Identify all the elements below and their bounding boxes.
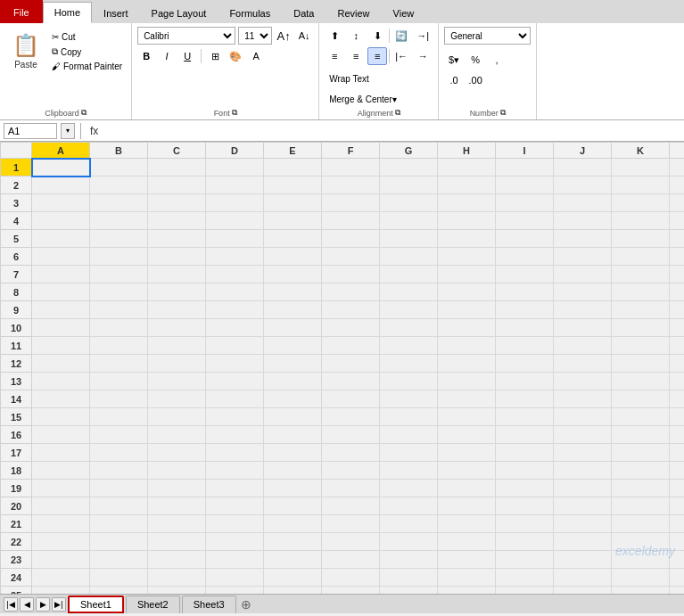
- tab-file[interactable]: File: [0, 0, 43, 23]
- col-header-F[interactable]: F: [322, 143, 380, 159]
- sheet-tab-sheet1[interactable]: Sheet1: [68, 595, 124, 613]
- sheet-nav-prev[interactable]: ◀: [20, 597, 34, 612]
- cell-I4[interactable]: [496, 212, 554, 230]
- cell-F23[interactable]: [322, 551, 380, 569]
- cell-I8[interactable]: [496, 283, 554, 301]
- row-header-10[interactable]: 10: [1, 319, 32, 337]
- row-header-2[interactable]: 2: [1, 177, 32, 194]
- cell-F18[interactable]: [322, 462, 380, 480]
- cell-G22[interactable]: [380, 533, 438, 551]
- cell-A1[interactable]: [32, 159, 90, 177]
- cell-B1[interactable]: [90, 159, 148, 177]
- cell-C3[interactable]: [148, 194, 206, 212]
- cell-G2[interactable]: [380, 177, 438, 194]
- col-header-G[interactable]: G: [380, 143, 438, 159]
- row-header-15[interactable]: 15: [1, 408, 32, 426]
- cell-I6[interactable]: [496, 248, 554, 266]
- cell-J21[interactable]: [554, 515, 612, 533]
- row-header-18[interactable]: 18: [1, 462, 32, 480]
- cell-C17[interactable]: [148, 444, 206, 462]
- cell-E9[interactable]: [264, 301, 322, 319]
- row-header-14[interactable]: 14: [1, 390, 32, 408]
- cell-D22[interactable]: [206, 533, 264, 551]
- cell-K10[interactable]: [612, 319, 670, 337]
- sheet-tab-sheet2[interactable]: Sheet2: [126, 595, 180, 613]
- row-header-5[interactable]: 5: [1, 230, 32, 248]
- cell-B12[interactable]: [90, 355, 148, 373]
- cell-J15[interactable]: [554, 408, 612, 426]
- cell-D6[interactable]: [206, 248, 264, 266]
- cell-E4[interactable]: [264, 212, 322, 230]
- cell-D25[interactable]: [206, 587, 264, 595]
- cell-L15[interactable]: [670, 408, 685, 426]
- row-header-24[interactable]: 24: [1, 569, 32, 587]
- cell-J18[interactable]: [554, 462, 612, 480]
- cell-F7[interactable]: [322, 266, 380, 283]
- cell-K4[interactable]: [612, 212, 670, 230]
- cell-J10[interactable]: [554, 319, 612, 337]
- tab-data[interactable]: Data: [282, 2, 326, 23]
- cell-K3[interactable]: [612, 194, 670, 212]
- cell-I18[interactable]: [496, 462, 554, 480]
- clipboard-expand-icon[interactable]: ⧉: [81, 108, 87, 118]
- new-sheet-button[interactable]: ⊕: [238, 596, 254, 612]
- row-header-19[interactable]: 19: [1, 480, 32, 497]
- fill-color-button[interactable]: 🎨: [227, 47, 244, 65]
- tab-formulas[interactable]: Formulas: [218, 2, 282, 23]
- cell-G11[interactable]: [380, 337, 438, 355]
- row-header-20[interactable]: 20: [1, 497, 32, 515]
- cell-H16[interactable]: [438, 426, 496, 444]
- cell-H20[interactable]: [438, 497, 496, 515]
- cell-K2[interactable]: [612, 177, 670, 194]
- cell-L13[interactable]: [670, 373, 685, 390]
- cell-D1[interactable]: [206, 159, 264, 177]
- cell-D9[interactable]: [206, 301, 264, 319]
- cell-C15[interactable]: [148, 408, 206, 426]
- cell-D8[interactable]: [206, 283, 264, 301]
- cell-F24[interactable]: [322, 569, 380, 587]
- cell-A10[interactable]: [32, 319, 90, 337]
- cell-F16[interactable]: [322, 426, 380, 444]
- number-format-select[interactable]: General: [444, 27, 531, 45]
- cell-F10[interactable]: [322, 319, 380, 337]
- cell-A9[interactable]: [32, 301, 90, 319]
- cell-H13[interactable]: [438, 373, 496, 390]
- cell-A20[interactable]: [32, 497, 90, 515]
- cell-K11[interactable]: [612, 337, 670, 355]
- cell-J19[interactable]: [554, 480, 612, 497]
- cell-H7[interactable]: [438, 266, 496, 283]
- cell-D2[interactable]: [206, 177, 264, 194]
- cell-C18[interactable]: [148, 462, 206, 480]
- copy-button[interactable]: ⧉ Copy: [48, 45, 126, 59]
- cell-L14[interactable]: [670, 390, 685, 408]
- cell-H12[interactable]: [438, 355, 496, 373]
- cell-C7[interactable]: [148, 266, 206, 283]
- cell-I23[interactable]: [496, 551, 554, 569]
- cell-D23[interactable]: [206, 551, 264, 569]
- comma-btn[interactable]: ,: [487, 51, 507, 69]
- cell-K19[interactable]: [612, 480, 670, 497]
- col-header-B[interactable]: B: [90, 143, 148, 159]
- cell-C4[interactable]: [148, 212, 206, 230]
- col-header-C[interactable]: C: [148, 143, 206, 159]
- row-header-23[interactable]: 23: [1, 551, 32, 569]
- col-header-J[interactable]: J: [554, 143, 612, 159]
- row-header-16[interactable]: 16: [1, 426, 32, 444]
- cell-H18[interactable]: [438, 462, 496, 480]
- cell-J12[interactable]: [554, 355, 612, 373]
- sheet-tab-sheet3[interactable]: Sheet3: [182, 595, 236, 613]
- cell-A16[interactable]: [32, 426, 90, 444]
- cell-G9[interactable]: [380, 301, 438, 319]
- cell-J22[interactable]: [554, 533, 612, 551]
- row-header-3[interactable]: 3: [1, 194, 32, 212]
- cell-F20[interactable]: [322, 497, 380, 515]
- col-header-H[interactable]: H: [438, 143, 496, 159]
- cell-B2[interactable]: [90, 177, 148, 194]
- cell-G13[interactable]: [380, 373, 438, 390]
- format-painter-button[interactable]: 🖌 Format Painter: [48, 60, 126, 73]
- align-top-btn[interactable]: ⬆: [325, 27, 344, 45]
- increase-decimal-btn[interactable]: .00: [466, 71, 485, 89]
- row-header-8[interactable]: 8: [1, 283, 32, 301]
- cell-B22[interactable]: [90, 533, 148, 551]
- cell-E10[interactable]: [264, 319, 322, 337]
